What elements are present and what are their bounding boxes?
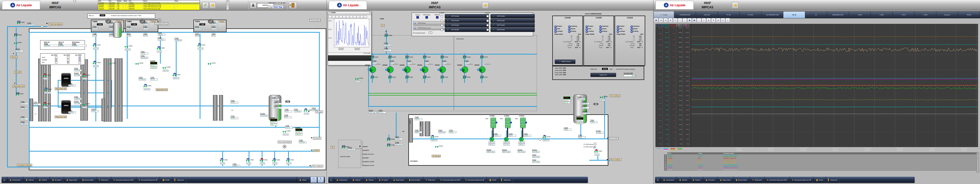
taskbar-button[interactable]: ♟Cold box — [677, 177, 690, 183]
taskbar-button[interactable]: ●Commands Sequences CB — [790, 177, 813, 183]
taskbar-icon: ● — [138, 179, 140, 181]
screen-trends: A Air Liquide HIAFIMPCAS Trends COMPRESS… — [654, 0, 980, 184]
taskbar-button[interactable]: ♟Regeneration — [64, 177, 80, 183]
taskbar-button[interactable]: ♟Regeneration — [391, 177, 407, 183]
taskbar-icon: ♟ — [66, 179, 68, 181]
taskbar-icon: ♟ — [52, 179, 54, 181]
taskbar-button[interactable]: ●Commands Sequences WCS — [765, 177, 790, 183]
taskbar-button[interactable]: ▦Trends — [160, 177, 172, 183]
taskbar-button[interactable]: ●Commands Sequences WCS — [111, 177, 136, 183]
screen-coldbox: A Air Liquide HIAFIMPCAS DateTimeNumberS… — [0, 0, 326, 184]
screen-pvps: A Air Liquide HIAFIMPCAS RemotePVPS stab… — [327, 0, 653, 184]
taskbar-icon: ♟ — [39, 179, 41, 181]
info-icon[interactable]: ℹ — [317, 177, 324, 183]
taskbar-button[interactable]: ▮Documentation — [407, 177, 423, 183]
taskbar-button[interactable]: ♟2K system — [703, 177, 717, 183]
legend-scrollbar[interactable]: ▲▼ — [977, 152, 979, 173]
taskbar-icon: ● — [113, 179, 115, 181]
taskbar-icon: ♟ — [25, 179, 28, 181]
taskbar-button[interactable]: ♟2K system — [49, 177, 64, 183]
taskbar-button[interactable]: ♟Compressors — [7, 177, 23, 183]
connector-a: A — [283, 145, 286, 148]
connector-a: A — [158, 18, 161, 22]
utilities-button[interactable]: ♟Utilities — [297, 177, 309, 183]
taskbar-button[interactable]: ▍Sequences — [499, 177, 513, 183]
taskbar-button[interactable]: ♟2K system — [376, 177, 391, 183]
taskbar-button[interactable]: ▦Trends — [487, 177, 498, 183]
taskbar-button[interactable]: ●Commands Sequences CB — [136, 177, 160, 183]
taskbar-button[interactable]: ▮Documentation — [80, 177, 96, 183]
taskbar-icon: ♟ — [10, 179, 11, 181]
taskbar-button[interactable]: ▦Trends — [813, 177, 825, 183]
taskbar-icon: ✳ — [99, 179, 101, 181]
taskbar-button[interactable]: ▍Sequences — [172, 177, 186, 183]
guard-destination: To XV4299 — [363, 150, 369, 151]
taskbar-button[interactable]: ♟Cold box — [350, 177, 363, 183]
taskbar-button[interactable]: ♟Turbines — [690, 177, 703, 183]
home-button[interactable]: ⌂ — [2, 178, 7, 182]
taskbar-icon: ▦ — [162, 179, 164, 181]
taskbar: ⌂ ♟Compressors♟Cold box♟Turbines♟2K syst… — [328, 177, 588, 183]
taskbar-button[interactable]: ✳Parameters — [750, 177, 765, 183]
guard-destination: To PVPS — [363, 146, 368, 147]
home-button[interactable]: ⌂ — [655, 178, 660, 182]
taskbar-button[interactable]: ●Commands Sequences CB — [463, 177, 487, 183]
taskbar: ⌂ ♟Compressors♟Cold box♟Turbines♟2K syst… — [655, 177, 915, 183]
home-button[interactable]: ⌂ — [328, 178, 334, 182]
taskbar-icon: ▍ — [175, 179, 176, 181]
taskbar-button[interactable]: ♟Turbines — [37, 177, 49, 183]
taskbar-icon: ▮ — [83, 179, 84, 181]
guard-destination: To He guard vessels — [363, 165, 374, 166]
taskbar-button[interactable]: ▍Sequences — [826, 177, 840, 183]
triple-monitor-hmi: A Air Liquide HIAFIMPCAS DateTimeNumberS… — [0, 0, 980, 184]
taskbar-button[interactable]: ✳Parameters — [96, 177, 111, 183]
taskbar-button[interactable]: ✳Parameters — [423, 177, 438, 183]
legend-rows: 4CV3482100.00 [L]4/29/2025 12:53:06 PM [… — [654, 0, 980, 184]
taskbar-button[interactable]: ♟Regeneration — [717, 177, 733, 183]
ami-label: AMI — [285, 101, 290, 102]
taskbar-button[interactable]: ▮Documentation — [733, 177, 750, 183]
legend-row[interactable]: TT520032.20 [L]4/29/2025 12:53:06 PM [L] — [667, 169, 978, 171]
taskbar-button[interactable]: ♟Cold box — [23, 177, 37, 183]
guard-destination: To CV3200 /CV3229 — [363, 161, 374, 162]
taskbar-button[interactable]: ●Commands Sequences WCS — [438, 177, 463, 183]
taskbar-button[interactable]: ♟Compressors — [334, 177, 350, 183]
taskbar-button[interactable]: ♟Turbines — [363, 177, 376, 183]
guard-destination: To Cold compressor — [363, 153, 374, 155]
taskbar-button[interactable]: ♟Compressors — [660, 177, 677, 183]
guard-destination: To LT3288 — [363, 157, 368, 158]
monitor-icon[interactable]: ▭ — [310, 177, 317, 183]
taskbar: ⌂ ♟Compressors♟Cold box♟Turbines♟2K syst… — [2, 177, 325, 183]
